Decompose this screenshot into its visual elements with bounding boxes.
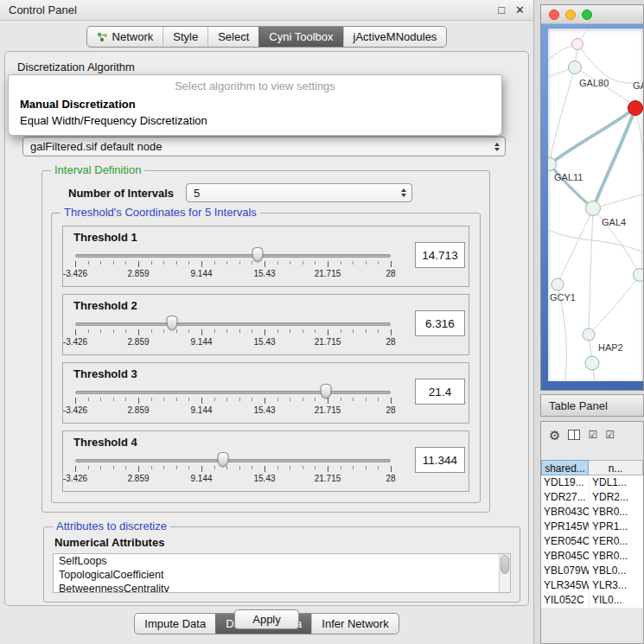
slider-track[interactable]: [75, 254, 391, 258]
table-row[interactable]: YLR345W YLR3...: [541, 578, 643, 593]
network-icon: [97, 32, 108, 42]
number-of-intervals-value: 5: [194, 187, 200, 200]
number-of-intervals-combobox[interactable]: 5: [186, 183, 412, 202]
table-row[interactable]: YPR145W YPR1...: [541, 520, 643, 534]
table-cell[interactable]: YBR0...: [589, 505, 643, 520]
scrollbar-thumb[interactable]: [501, 555, 509, 574]
list-item[interactable]: BetweennessCentrality: [54, 582, 510, 593]
select-none-checkbox-icon[interactable]: ☑: [605, 430, 615, 440]
table-cell[interactable]: YPR1...: [589, 520, 643, 534]
thresholds-group: Threshold's Coordinates for 5 Intervals …: [51, 213, 481, 503]
column-header-shared-name[interactable]: shared...: [541, 460, 589, 475]
network-node-highlighted: [628, 101, 643, 116]
list-item[interactable]: SelfLoops: [54, 554, 510, 568]
slider-ticks: [75, 329, 391, 336]
network-node: [634, 269, 644, 282]
list-scrollbar[interactable]: [499, 554, 510, 592]
tab-select[interactable]: Select: [207, 27, 258, 47]
threshold-slider[interactable]: -3.4262.8599.14415.4321.71528: [73, 246, 392, 279]
slider-track[interactable]: [75, 322, 391, 326]
table-cell[interactable]: YLR3...: [589, 578, 643, 593]
table-row[interactable]: YBR045C YBR0...: [541, 549, 643, 564]
threshold-value-field[interactable]: 11.344: [415, 447, 465, 473]
table-panel-window: ⚙ ☑ ☑ shared... n... YDL19... YDL1... YD…: [540, 421, 644, 644]
tab-label: Network: [112, 30, 154, 43]
table-panel-titlebar[interactable]: Table Panel: [540, 394, 644, 417]
table-data-value: galFiltered.sif default node: [30, 140, 162, 153]
column-selector-icon[interactable]: [568, 430, 580, 440]
network-frame: GAL80 GA GAL11 GAL4 GCY1 HAP2: [541, 24, 643, 390]
zoom-traffic-light-icon[interactable]: [582, 10, 592, 20]
table-cell[interactable]: YBL0...: [589, 564, 643, 578]
top-tab-row: Network Style Select Cyni Toolbox jActiv…: [0, 21, 533, 48]
minimize-traffic-light-icon[interactable]: [565, 10, 576, 20]
column-header-name[interactable]: n...: [589, 460, 643, 475]
tab-style[interactable]: Style: [163, 27, 207, 47]
window-controls: □ ✕: [498, 4, 525, 16]
tab-jactivemnodules[interactable]: jActiveMNodules: [343, 27, 447, 47]
table-data-combobox[interactable]: galFiltered.sif default node: [22, 137, 506, 156]
table-cell[interactable]: YER054C: [541, 534, 589, 549]
node-label: GAL11: [554, 172, 583, 182]
slider-thumb[interactable]: [320, 384, 331, 399]
table-row[interactable]: YBL079W YBL0...: [541, 564, 643, 578]
slider-track[interactable]: [75, 459, 391, 462]
table-cell[interactable]: YPR145W: [541, 520, 589, 534]
dropdown-option-manual-discretization[interactable]: Manual Discretization: [9, 96, 501, 112]
apply-button[interactable]: Apply: [234, 609, 299, 629]
threshold-value-field[interactable]: 21.4: [415, 379, 465, 405]
table-cell[interactable]: YIL0...: [589, 593, 643, 608]
attributes-group-title: Attributes to discretize: [53, 520, 170, 532]
table-row[interactable]: YDL19... YDL1...: [541, 475, 643, 490]
slider-track[interactable]: [75, 391, 391, 394]
node-label: GCY1: [550, 292, 576, 303]
table-cell[interactable]: YIL052C: [541, 593, 589, 608]
table-cell[interactable]: YDR27...: [541, 490, 589, 505]
tab-cyni-toolbox[interactable]: Cyni Toolbox: [258, 27, 342, 47]
list-item[interactable]: TopologicalCoefficient: [54, 568, 510, 582]
table-cell[interactable]: YBL079W: [541, 564, 589, 578]
interval-definition-group: Interval Definition Number of Intervals …: [41, 170, 490, 513]
table-row[interactable]: YIL052C YIL0...: [541, 593, 643, 608]
network-window-titlebar[interactable]: [541, 5, 643, 24]
threshold-label: Threshold 4: [73, 436, 401, 451]
number-of-intervals-label: Number of Intervals: [68, 187, 174, 200]
control-panel-window: Control Panel □ ✕ Network Style Select C…: [0, 0, 534, 644]
threshold-slider[interactable]: -3.4262.8599.14415.4321.71528: [73, 383, 392, 416]
table-row[interactable]: YDR27... YDR2...: [541, 490, 643, 505]
threshold-slider[interactable]: -3.4262.8599.14415.4321.71528: [73, 451, 392, 484]
close-window-icon[interactable]: ✕: [515, 4, 525, 16]
select-all-checkbox-icon[interactable]: ☑: [588, 430, 597, 440]
table-cell[interactable]: YLR345W: [541, 578, 589, 593]
numerical-attributes-list[interactable]: SelfLoops TopologicalCoefficient Between…: [53, 553, 511, 593]
slider-thumb[interactable]: [218, 452, 229, 467]
threshold-value-field[interactable]: 6.316: [415, 310, 465, 336]
network-node: [585, 356, 599, 370]
slider-thumb[interactable]: [252, 247, 263, 262]
node-label: GAL4: [602, 217, 626, 227]
attributes-to-discretize-group: Attributes to discretize Numerical Attri…: [43, 526, 520, 603]
table-cell[interactable]: YBR043C: [541, 505, 589, 520]
float-window-icon[interactable]: □: [498, 4, 505, 16]
table-row[interactable]: YBR043C YBR0...: [541, 505, 643, 520]
threshold-value-field[interactable]: 14.713: [415, 242, 465, 268]
slider-ticks: [75, 261, 391, 268]
threshold-slider[interactable]: -3.4262.8599.14415.4321.71528: [73, 315, 392, 348]
network-node: [583, 328, 595, 341]
tab-network[interactable]: Network: [87, 27, 163, 47]
network-node: [586, 201, 601, 216]
network-canvas[interactable]: GAL80 GA GAL11 GAL4 GCY1 HAP2: [548, 29, 643, 381]
table-cell[interactable]: YER0...: [589, 534, 643, 549]
control-panel-titlebar[interactable]: Control Panel □ ✕: [0, 0, 533, 21]
slider-thumb[interactable]: [167, 316, 178, 330]
table-cell[interactable]: YDL1...: [589, 475, 643, 490]
settings-gear-icon[interactable]: ⚙: [549, 429, 560, 442]
table-cell[interactable]: YBR0...: [589, 549, 643, 564]
table-cell[interactable]: YBR045C: [541, 549, 589, 564]
combo-arrows-icon: [401, 188, 406, 197]
dropdown-option-equal-width[interactable]: Equal Width/Frequency Discretization: [9, 112, 501, 129]
close-traffic-light-icon[interactable]: [549, 10, 559, 20]
table-cell[interactable]: YDR2...: [589, 490, 643, 505]
table-row[interactable]: YER054C YER0...: [541, 534, 643, 549]
table-cell[interactable]: YDL19...: [541, 475, 589, 490]
